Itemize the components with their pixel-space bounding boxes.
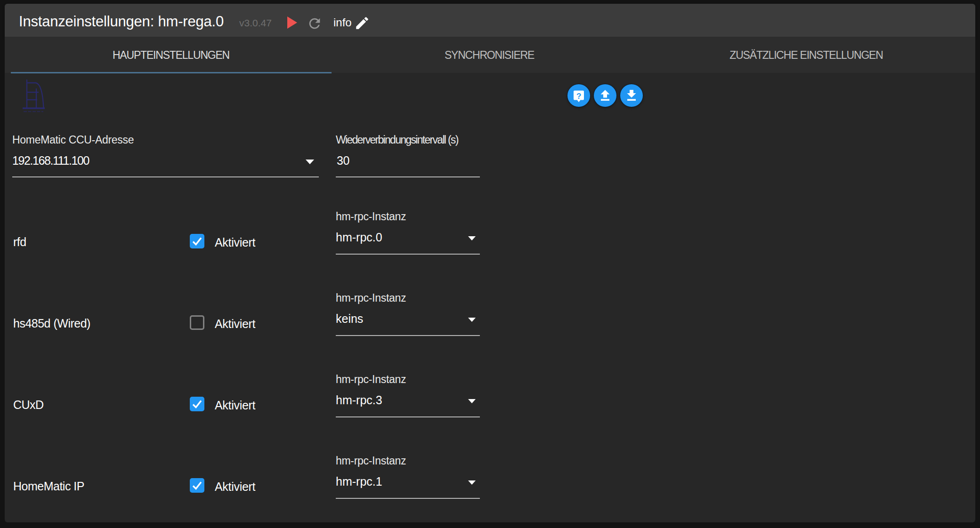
svg-text:?: ?: [576, 92, 581, 101]
